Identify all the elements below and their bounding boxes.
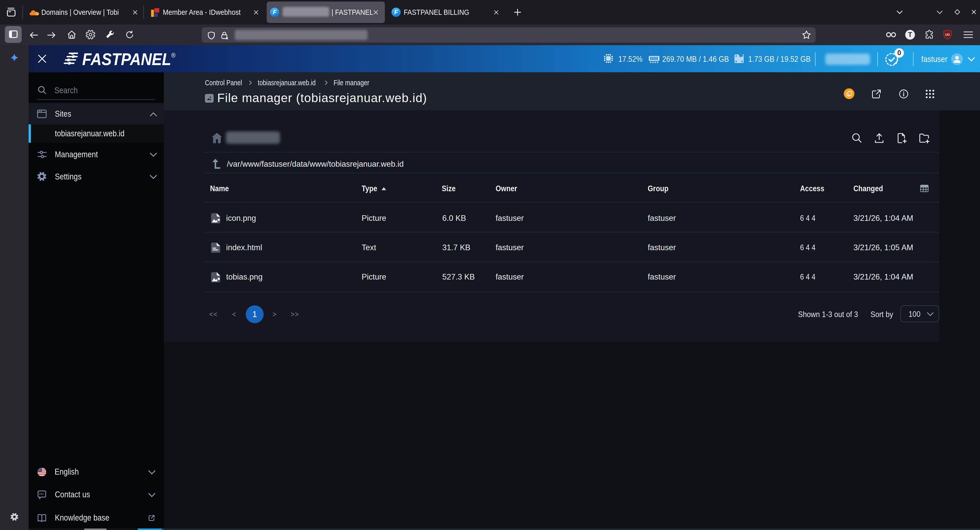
- svg-text:UD: UD: [945, 33, 950, 37]
